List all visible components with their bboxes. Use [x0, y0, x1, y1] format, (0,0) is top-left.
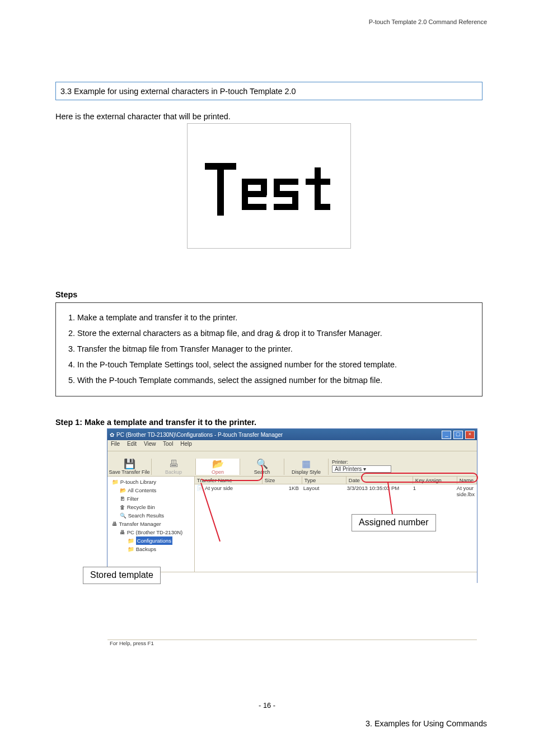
section-title: 3.3 Example for using external character… — [60, 87, 477, 96]
highlight-oval — [199, 463, 263, 481]
menu-file[interactable]: File — [111, 441, 120, 447]
svg-rect-13 — [306, 179, 330, 185]
page-number: - 16 - — [0, 701, 534, 710]
chevron-down-icon: ▾ — [363, 466, 366, 472]
step-item: 2. Store the external characters as a bi… — [68, 325, 470, 341]
step-item: 3. Transfer the bitmap file from Transfe… — [68, 341, 470, 357]
step1-heading: Step 1: Make a template and transfer it … — [55, 418, 483, 427]
svg-rect-1 — [217, 163, 224, 216]
toolbar-display-style[interactable]: ▦Display Style — [284, 459, 329, 475]
section-box: 3.3 Example for using external character… — [55, 82, 483, 100]
cell-size: 1KB — [262, 484, 301, 498]
tree-item[interactable]: 🖶 PC (Brother TD-2130N) — [110, 528, 192, 536]
minimize-button[interactable]: _ — [442, 431, 451, 439]
col-type[interactable]: Type — [302, 477, 346, 484]
callout-assigned-number: Assigned number — [352, 514, 436, 531]
tree-item-selected[interactable]: 📁 Configurations — [110, 536, 192, 545]
tree-pane[interactable]: 📁 P-touch Library 📂 All Contents 🖹 Filte… — [107, 477, 195, 572]
tree-item[interactable]: 📁 P-touch Library — [110, 478, 192, 486]
menu-view[interactable]: View — [144, 441, 156, 447]
printer-select[interactable]: All Printers ▾ — [332, 465, 391, 473]
tree-item[interactable]: 🖶 Transfer Manager — [110, 520, 192, 528]
doc-header: P-touch Template 2.0 Command Reference — [369, 18, 487, 25]
printer-icon: 🖶 — [152, 459, 195, 469]
menu-edit[interactable]: Edit — [127, 441, 137, 447]
svg-rect-5 — [242, 191, 266, 197]
save-icon: 💾 — [107, 459, 151, 469]
status-bar: For Help, press F1 — [107, 640, 477, 649]
chapter-footer: 3. Examples for Using Commands — [366, 719, 487, 728]
cell-name: At your side.lbx — [455, 484, 477, 498]
cell-key-assign: 1 — [411, 484, 455, 498]
svg-rect-11 — [274, 204, 298, 210]
list-row[interactable]: 📄 At your side 1KB Layout 3/3/2013 10:35… — [195, 484, 477, 498]
tree-item[interactable]: 🔍 Search Results — [110, 511, 192, 520]
intro-text: Here is the external character that will… — [55, 112, 483, 121]
toolbar-save-transfer[interactable]: 💾Save Transfer File — [107, 459, 152, 475]
callout-stored-template: Stored template — [83, 567, 161, 584]
menu-help[interactable]: Help — [180, 441, 192, 447]
transfer-manager-window: ✿PC (Brother TD-2130N)\Configurations - … — [107, 428, 477, 583]
tree-item[interactable]: 🖹 Filter — [110, 494, 192, 503]
svg-rect-14 — [315, 204, 330, 210]
menu-bar[interactable]: File Edit View Tool Help — [107, 440, 477, 451]
close-button[interactable]: × — [465, 431, 475, 439]
test-bitmap — [205, 163, 334, 216]
app-icon: ✿ — [110, 432, 114, 438]
steps-heading: Steps — [55, 290, 483, 299]
highlight-oval — [361, 473, 478, 483]
maximize-button[interactable]: ▢ — [453, 431, 463, 439]
preview-pane: our side — [107, 572, 477, 640]
tree-item[interactable]: 🗑 Recycle Bin — [110, 503, 192, 511]
step-item: 5. With the P-touch Template commands, s… — [68, 372, 470, 388]
menu-tool[interactable]: Tool — [163, 441, 173, 447]
col-size[interactable]: Size — [263, 477, 302, 484]
window-titlebar: ✿PC (Brother TD-2130N)\Configurations - … — [107, 429, 477, 440]
cell-type: Layout — [301, 484, 345, 498]
steps-box: 1. Make a template and transfer it to th… — [55, 302, 483, 396]
svg-rect-12 — [315, 167, 321, 210]
printer-label: Printer: — [332, 459, 391, 465]
cell-date: 3/3/2013 10:35:03 PM — [345, 484, 411, 498]
window-title: PC (Brother TD-2130N)\Configurations - P… — [116, 432, 283, 438]
tree-item[interactable]: 📂 All Contents — [110, 486, 192, 494]
toolbar-backup[interactable]: 🖶Backup — [152, 459, 196, 475]
grid-icon: ▦ — [284, 459, 328, 469]
tree-item[interactable]: 📁 Backups — [110, 545, 192, 553]
step-item: 4. In the P-touch Template Settings tool… — [68, 357, 470, 372]
svg-rect-6 — [242, 204, 266, 210]
sample-preview-box — [187, 123, 351, 249]
step-item: 1. Make a template and transfer it to th… — [68, 310, 470, 325]
